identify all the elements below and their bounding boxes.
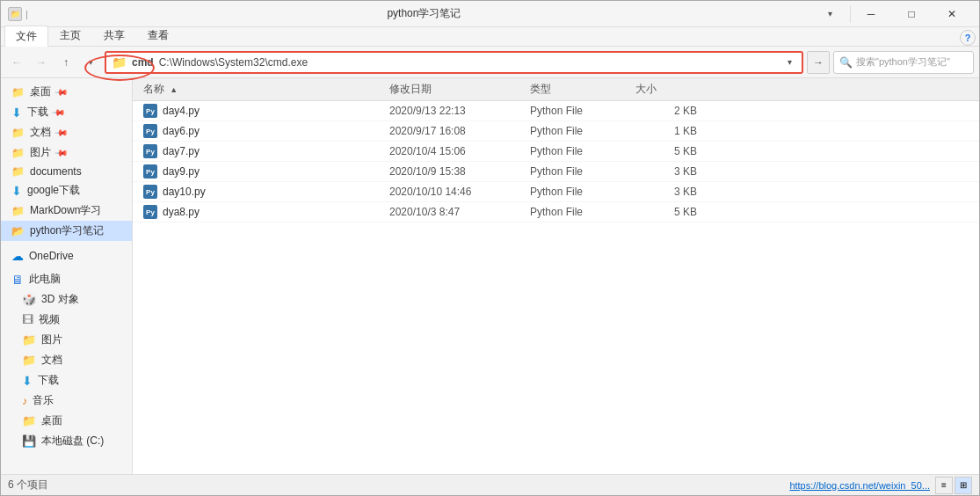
sidebar-item-label: 3D 对象	[41, 292, 79, 307]
file-row[interactable]: Py day6.py 2020/9/17 16:08 Python File 1…	[133, 121, 979, 142]
sidebar-item-label: 音乐	[33, 393, 54, 408]
address-go-button[interactable]: →	[807, 51, 830, 74]
tab-view[interactable]: 查看	[136, 25, 180, 46]
sidebar: 📁 桌面 📌 ⬇ 下载 📌 📁 文档 📌 📁 图片 📌	[1, 78, 132, 474]
up-button[interactable]: ↑	[55, 52, 76, 73]
tab-file[interactable]: 文件	[4, 26, 48, 47]
folder-icon: 📁	[11, 165, 25, 178]
file-date: 2020/10/9 15:38	[389, 165, 530, 178]
folder-icon: 📁	[22, 414, 36, 427]
file-area: 名称 ▲ 修改日期 类型 大小 Py day4.py	[133, 78, 979, 474]
sidebar-item-label: MarkDown学习	[30, 203, 101, 218]
view-grid-button[interactable]: ⊞	[955, 477, 972, 494]
sidebar-item-markdown[interactable]: 📁 MarkDown学习	[1, 201, 132, 221]
maximize-button[interactable]: □	[891, 1, 932, 27]
file-size: 5 KB	[635, 145, 706, 157]
music-icon: ♪	[22, 395, 27, 407]
window-controls: ▾ ─ □ ✕	[809, 1, 972, 27]
file-list: Py day4.py 2020/9/13 22:13 Python File 2…	[133, 101, 979, 474]
sidebar-item-3d[interactable]: 🎲 3D 对象	[1, 289, 132, 310]
sidebar-item-onedrive[interactable]: ☁ OneDrive	[1, 246, 132, 266]
sidebar-item-thispc[interactable]: 🖥 此电脑	[1, 269, 132, 289]
sidebar-item-pictures2[interactable]: 📁 图片	[1, 330, 132, 350]
download-icon: ⬇	[22, 374, 33, 388]
file-row[interactable]: Py day10.py 2020/10/10 14:46 Python File…	[133, 182, 979, 202]
col-header-name[interactable]: 名称 ▲	[143, 82, 389, 97]
search-box[interactable]: 🔍 搜索"python学习笔记"	[833, 51, 974, 74]
sidebar-item-downloads[interactable]: ⬇ 下载 📌	[1, 102, 132, 122]
window-title: python学习笔记	[39, 6, 809, 21]
sidebar-wrapper: 📁 桌面 📌 ⬇ 下载 📌 📁 文档 📌 📁 图片 📌	[1, 78, 133, 474]
forward-button[interactable]: →	[31, 52, 52, 73]
sidebar-item-documents3[interactable]: 📁 文档	[1, 350, 132, 370]
back-button[interactable]: ←	[6, 52, 27, 73]
sidebar-item-downloads2[interactable]: ⬇ 下载	[1, 370, 132, 390]
sidebar-item-google[interactable]: ⬇ google下载	[1, 180, 132, 201]
sidebar-item-label: 文档	[30, 125, 51, 140]
sidebar-item-desktop2[interactable]: 📁 桌面	[1, 411, 132, 431]
python-file-icon: Py	[143, 124, 157, 138]
search-icon: 🔍	[839, 56, 853, 69]
file-name: Py day9.py	[143, 164, 389, 179]
sidebar-item-python[interactable]: 📂 python学习笔记	[1, 221, 132, 241]
file-list-header: 名称 ▲ 修改日期 类型 大小	[133, 78, 979, 101]
csdn-link[interactable]: https://blog.csdn.net/weixin_50...	[789, 480, 930, 491]
sidebar-item-pictures[interactable]: 📁 图片 📌	[1, 142, 132, 163]
pin-icon: 📌	[54, 145, 69, 159]
file-row[interactable]: Py day4.py 2020/9/13 22:13 Python File 2…	[133, 101, 979, 121]
status-bar: 6 个项目 https://blog.csdn.net/weixin_50...…	[1, 474, 979, 495]
python-file-icon: Py	[143, 205, 157, 219]
sidebar-item-label: 桌面	[30, 84, 51, 99]
pin-icon: 📌	[54, 84, 69, 98]
file-row[interactable]: Py dya8.py 2020/10/3 8:47 Python File 5 …	[133, 202, 979, 222]
file-row[interactable]: Py day7.py 2020/10/4 15:06 Python File 5…	[133, 142, 979, 162]
sidebar-item-label: python学习笔记	[30, 223, 104, 238]
recent-locations-button[interactable]: ▾	[80, 52, 101, 73]
file-type: Python File	[530, 206, 635, 218]
sidebar-item-label: google下载	[27, 183, 80, 198]
download-icon: ⬇	[11, 184, 22, 198]
sidebar-item-localdisk[interactable]: 💾 本地磁盘 (C:)	[1, 431, 132, 451]
address-box[interactable]: 📁 cmd C:\Windows\System32\cmd.exe ▾	[105, 51, 803, 74]
sidebar-item-music[interactable]: ♪ 音乐	[1, 390, 132, 411]
col-header-date[interactable]: 修改日期	[389, 82, 530, 97]
file-name: Py dya8.py	[143, 205, 389, 219]
col-header-type[interactable]: 类型	[530, 82, 635, 97]
file-date: 2020/10/3 8:47	[389, 206, 530, 218]
3d-icon: 🎲	[22, 293, 36, 306]
tab-share[interactable]: 共享	[92, 25, 136, 46]
view-list-button[interactable]: ≡	[935, 477, 953, 494]
folder-icon: 📁	[11, 205, 25, 217]
file-name: Py day6.py	[143, 124, 389, 138]
close-button[interactable]: ✕	[932, 1, 972, 27]
file-size: 3 KB	[635, 165, 706, 178]
sidebar-item-documents2[interactable]: 📁 documents	[1, 163, 132, 180]
address-path: C:\Windows\System32\cmd.exe	[159, 56, 777, 69]
help-button[interactable]: ?	[960, 30, 976, 46]
sidebar-item-desktop[interactable]: 📁 桌面 📌	[1, 82, 132, 102]
pin-icon: 📌	[54, 125, 69, 139]
sidebar-item-video[interactable]: 🎞 视频	[1, 310, 132, 330]
file-size: 1 KB	[635, 125, 706, 137]
sidebar-item-label: 此电脑	[29, 272, 61, 287]
search-placeholder: 搜索"python学习笔记"	[856, 55, 950, 69]
window-icon: 📁	[8, 7, 22, 21]
file-name: Py day10.py	[143, 185, 389, 199]
disk-icon: 💾	[22, 434, 36, 448]
title-bar-icons: 📁 |	[8, 7, 32, 21]
sidebar-item-documents[interactable]: 📁 文档 📌	[1, 122, 132, 142]
download-icon: ⬇	[11, 106, 22, 120]
file-date: 2020/9/13 22:13	[389, 105, 530, 117]
address-dropdown-button[interactable]: ▾	[782, 55, 796, 69]
address-prefix: cmd	[132, 56, 154, 69]
sidebar-item-label: 下载	[38, 373, 59, 388]
address-bar-row: ← → ↑ ▾ 📁 cmd C:\Windows\System32\cmd.ex…	[1, 47, 979, 78]
minimize-button[interactable]: ─	[851, 1, 891, 27]
ribbon-toggle[interactable]: ▾	[809, 1, 850, 27]
folder-icon: 📁	[22, 354, 36, 367]
col-header-size[interactable]: 大小	[635, 82, 706, 97]
file-name: Py day4.py	[143, 104, 389, 118]
file-row[interactable]: Py day9.py 2020/10/9 15:38 Python File 3…	[133, 162, 979, 182]
view-icons: ≡ ⊞	[935, 477, 972, 494]
tab-home[interactable]: 主页	[48, 25, 92, 46]
